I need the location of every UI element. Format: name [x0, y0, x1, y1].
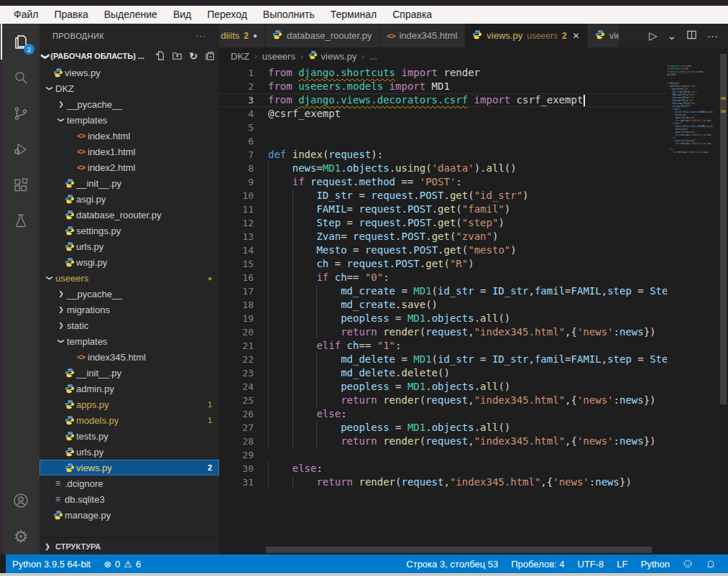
modified-dot-icon[interactable]: ●	[253, 32, 257, 40]
menu-Файл[interactable]: Файл	[6, 6, 46, 24]
source-control-icon[interactable]	[2, 96, 40, 131]
files-icon[interactable]: 2	[1, 24, 40, 60]
python-interpreter[interactable]: Python 3.9.5 64-bit	[6, 554, 97, 573]
menu-Правка[interactable]: Правка	[46, 6, 96, 24]
tree-item-DKZ[interactable]: ❯DKZ	[40, 80, 219, 96]
run-button[interactable]: ▷	[649, 29, 658, 42]
code-line-1[interactable]: 1from django.shortcuts import render	[219, 66, 667, 80]
code-line-13[interactable]: 13 Zvan= request.POST.get("zvan")	[219, 230, 667, 243]
code-line-9[interactable]: 9 if request.method == 'POST':	[219, 175, 667, 189]
indentation[interactable]: Пробелов: 4	[504, 554, 571, 573]
code-line-26[interactable]: 26 else:	[219, 407, 667, 421]
tree-item-__init__.py[interactable]: __init__.py	[40, 365, 219, 381]
code-line-17[interactable]: 17 md_create = MD1(id_str = ID_str,famil…	[219, 284, 667, 298]
tree-item-tests.py[interactable]: tests.py	[40, 428, 219, 444]
tree-item-useeers[interactable]: ❯useeers●	[40, 270, 219, 286]
tree-item-db.sqlite3[interactable]: ≡db.sqlite3	[40, 491, 219, 507]
tree-item-settings.py[interactable]: settings.py	[40, 223, 219, 238]
tree-item-database_roouter.py[interactable]: database_roouter.py	[40, 207, 219, 223]
run-debug-icon[interactable]	[2, 131, 40, 167]
explorer-more-actions[interactable]: ···	[196, 32, 206, 40]
outline-section-header[interactable]: ❯ СТРУКТУРА	[40, 537, 219, 554]
code-editor[interactable]: 1from django.shortcuts import render2fro…	[219, 65, 728, 554]
code-line-7[interactable]: 7def index(request):	[219, 148, 667, 162]
code-line-25[interactable]: 25 return render(request,"index345.html"…	[219, 394, 667, 407]
code-line-21[interactable]: 21 elif ch== "1":	[219, 339, 667, 353]
tab-database_roouter.py[interactable]: database_roouter.py	[265, 24, 380, 47]
tree-item-templates[interactable]: ❯templates	[40, 333, 219, 349]
code-line-12[interactable]: 12 Step = request.POST.get("step")	[219, 216, 667, 230]
tree-item-views.py[interactable]: views.py2	[40, 460, 219, 475]
code-line-8[interactable]: 8 news=MD1.objects.using('daata').all()	[219, 162, 667, 175]
breadcrumb-item-DKZ[interactable]: DKZ	[231, 51, 249, 62]
code-line-29[interactable]: 29	[219, 448, 667, 462]
tree-item-admin.py[interactable]: admin.py	[40, 381, 219, 396]
breadcrumb-item-...[interactable]: ...	[369, 51, 377, 62]
tree-item-index1.html[interactable]: <>index1.html	[40, 144, 219, 159]
tree-item-index345.html[interactable]: <>index345.html	[40, 349, 219, 365]
code-line-16[interactable]: 16 if ch== "0":	[219, 271, 667, 284]
tree-item-migrations[interactable]: ❯migrations	[40, 302, 219, 317]
settings-gear-icon[interactable]: ⚙	[2, 519, 40, 554]
breadcrumb-item-useeers[interactable]: useeers	[262, 51, 295, 62]
code-line-30[interactable]: 30 else:	[219, 462, 667, 475]
code-line-18[interactable]: 18 md_create.save()	[219, 298, 667, 312]
problems[interactable]: ⊗0⚠6	[97, 554, 147, 573]
tree-item-index.html[interactable]: <>index.html	[40, 128, 219, 144]
code-line-3[interactable]: 3from django.views.decorators.csrf impor…	[219, 93, 667, 107]
tree-item-urls.py[interactable]: urls.py	[40, 238, 219, 254]
tab-diiits[interactable]: diiits2●	[219, 24, 265, 47]
tab-index345.html[interactable]: <>index345.html	[380, 24, 466, 47]
tree-item-.dcignore[interactable]: ≡.dcignore	[40, 475, 219, 491]
account-icon[interactable]	[2, 483, 40, 519]
menu-Вид[interactable]: Вид	[165, 6, 199, 24]
code-line-24[interactable]: 24 peopless = MD1.objects.all()	[219, 380, 667, 394]
tree-item-models.py[interactable]: models.py1	[40, 412, 219, 428]
tab-vie[interactable]: vie	[588, 24, 619, 47]
tab-views.py[interactable]: views.pyuseeers2✕	[465, 24, 587, 47]
vertical-scrollbar[interactable]	[720, 54, 727, 404]
more-actions-button[interactable]: ···	[707, 29, 718, 42]
tree-item-urls.py[interactable]: urls.py	[40, 444, 219, 460]
code-line-19[interactable]: 19 peopless = MD1.objects.all()	[219, 312, 667, 325]
code-line-20[interactable]: 20 return render(request,"index345.html"…	[219, 325, 667, 339]
tree-item-views.py[interactable]: views.py	[40, 65, 219, 80]
feedback-icon[interactable]	[676, 554, 699, 573]
menu-Выделение[interactable]: Выделение	[96, 6, 165, 24]
code-line-2[interactable]: 2from useeers.models import MD1	[219, 80, 667, 93]
code-line-28[interactable]: 28 return render(request,"index345.html"…	[219, 435, 667, 448]
extensions-icon[interactable]	[2, 167, 40, 203]
tree-item-asgi.py[interactable]: asgi.py	[40, 191, 219, 207]
code-line-27[interactable]: 27 peopless = MD1.objects.all()	[219, 421, 667, 435]
tree-item-index2.html[interactable]: <>index2.html	[40, 159, 219, 175]
minimap[interactable]: from django.shortcuts import renderfrom …	[667, 65, 719, 554]
eol[interactable]: LF	[610, 554, 634, 573]
testing-icon[interactable]	[2, 203, 40, 239]
horizontal-scrollbar[interactable]	[266, 547, 652, 553]
notifications-bell-icon[interactable]	[699, 554, 722, 573]
split-editor-button[interactable]	[686, 29, 697, 42]
workspace-section-header[interactable]: ❯ (РАБОЧАЯ ОБЛАСТЬ) ... ↻	[40, 47, 219, 65]
tree-item-__pycache__[interactable]: ❯__pycache__	[40, 96, 219, 112]
menu-Выполнить[interactable]: Выполнить	[255, 6, 323, 24]
tree-item-static[interactable]: ❯static	[40, 317, 219, 333]
code-line-22[interactable]: 22 md_delete = MD1(id_str = ID_str,famil…	[219, 353, 667, 366]
close-icon[interactable]: ✕	[573, 31, 580, 41]
code-line-10[interactable]: 10 ID_str = request.POST.get("id_str")	[219, 189, 667, 203]
tree-item-wsgi.py[interactable]: wsgi.py	[40, 254, 219, 270]
language-mode[interactable]: Python	[635, 554, 676, 573]
tree-item-manage.py[interactable]: manage.py	[40, 507, 219, 523]
code-line-4[interactable]: 4@csrf_exempt	[219, 107, 667, 121]
breadcrumb-item-views.py[interactable]: views.py	[308, 50, 357, 62]
encoding[interactable]: UTF-8	[571, 554, 611, 573]
code-line-5[interactable]: 5	[219, 121, 667, 134]
code-line-11[interactable]: 11 FAMIL= request.POST.get("famil")	[219, 203, 667, 216]
tree-item-__init__.py[interactable]: __init__.py	[40, 175, 219, 191]
tree-item-templates[interactable]: ❯templates	[40, 112, 219, 128]
code-line-15[interactable]: 15 ch = request.POST.get("R")	[219, 257, 667, 271]
search-icon[interactable]	[2, 60, 40, 96]
code-line-6[interactable]: 6	[219, 134, 667, 148]
code-line-23[interactable]: 23 md_delete.delete()	[219, 366, 667, 380]
run-dropdown[interactable]: ⌄	[667, 29, 676, 42]
tree-item-__pycache__[interactable]: ❯__pycache__	[40, 286, 219, 302]
